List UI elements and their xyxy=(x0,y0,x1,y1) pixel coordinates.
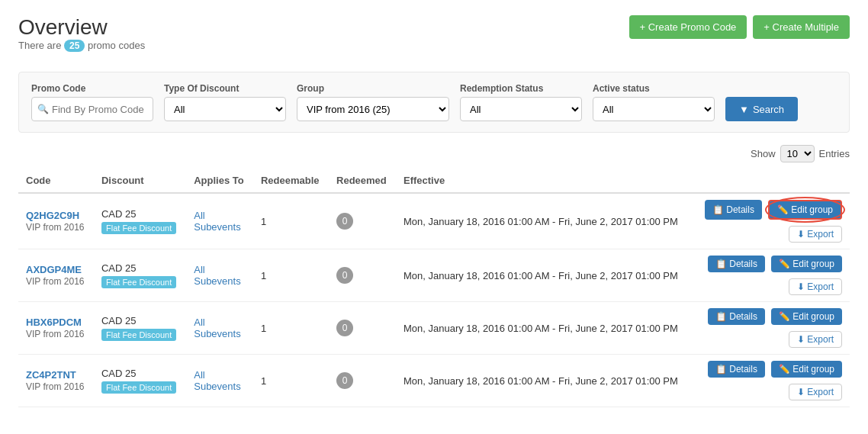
subtitle-prefix: There are xyxy=(18,40,61,51)
promo-count-badge: 25 xyxy=(64,40,85,52)
active-status-select[interactable]: All xyxy=(593,97,715,121)
export-button[interactable]: ⬇ Export xyxy=(789,384,842,400)
code-link[interactable]: HBX6PDCM xyxy=(26,317,86,328)
discount-amount: CAD 25 xyxy=(101,368,178,379)
applies-to-link[interactable]: AllSubevents xyxy=(194,369,240,392)
filter-section: Promo Code 🔍 Type Of Discount All Group … xyxy=(18,72,850,133)
table-row: HBX6PDCMVIP from 2016CAD 25Flat Fee Disc… xyxy=(18,302,850,355)
search-button[interactable]: ▼ Search xyxy=(725,97,798,121)
action-cell: 📋 Details✏️ Edit group⬇ Export xyxy=(693,355,850,407)
create-multiple-button[interactable]: + Create Multiple xyxy=(753,15,850,39)
create-promo-code-button[interactable]: + Create Promo Code xyxy=(629,15,747,39)
effective-cell: Mon, January 18, 2016 01:00 AM - Fri, Ju… xyxy=(396,249,693,302)
edit-group-button[interactable]: ✏️ Edit group xyxy=(771,256,842,272)
export-button[interactable]: ⬇ Export xyxy=(789,226,842,243)
discount-amount: CAD 25 xyxy=(101,208,178,220)
applies-to-link[interactable]: AllSubevents xyxy=(194,210,240,233)
discount-cell: CAD 25Flat Fee Discount xyxy=(94,302,186,355)
entries-label: Entries xyxy=(819,148,850,159)
edit-group-button[interactable]: ✏️ Edit group xyxy=(768,200,842,220)
details-icon: 📋 xyxy=(715,364,727,375)
applies-to-cell: AllSubevents xyxy=(186,302,253,355)
filter-icon: ▼ xyxy=(739,104,749,115)
effective-cell: Mon, January 18, 2016 01:00 AM - Fri, Ju… xyxy=(396,302,693,355)
download-icon: ⬇ xyxy=(797,334,805,345)
col-applies-to: Applies To xyxy=(186,169,253,193)
discount-cell: CAD 25Flat Fee Discount xyxy=(94,249,186,302)
applies-to-cell: AllSubevents xyxy=(186,355,253,407)
redeemed-badge: 0 xyxy=(336,372,353,389)
active-status-label: Active status xyxy=(593,83,715,94)
show-label: Show xyxy=(751,148,776,159)
redeemed-cell: 0 xyxy=(329,302,396,355)
applies-to-link[interactable]: AllSubevents xyxy=(194,317,240,339)
redeemed-cell: 0 xyxy=(329,193,396,249)
details-button[interactable]: 📋 Details xyxy=(708,361,765,378)
effective-cell: Mon, January 18, 2016 01:00 AM - Fri, Ju… xyxy=(396,193,693,249)
group-filter-group: Group VIP from 2016 (25) xyxy=(297,83,449,121)
code-link[interactable]: ZC4P2TNT xyxy=(26,369,86,381)
promo-codes-table: Code Discount Applies To Redeemable Rede… xyxy=(18,169,850,407)
type-of-discount-select[interactable]: All xyxy=(164,97,286,121)
download-icon: ⬇ xyxy=(797,229,805,240)
code-link[interactable]: Q2HG2C9H xyxy=(26,210,86,221)
group-select[interactable]: VIP from 2016 (25) xyxy=(297,97,449,121)
table-row: Q2HG2C9HVIP from 2016CAD 25Flat Fee Disc… xyxy=(18,193,850,249)
entries-select[interactable]: 10 25 50 xyxy=(780,145,815,162)
redemption-status-label: Redemption Status xyxy=(460,83,582,94)
promo-code-input[interactable] xyxy=(31,97,153,121)
type-of-discount-label: Type Of Discount xyxy=(164,83,286,94)
redeemable-cell: 1 xyxy=(253,302,329,355)
details-button[interactable]: 📋 Details xyxy=(705,200,762,220)
edit-group-button[interactable]: ✏️ Edit group xyxy=(771,361,842,378)
applies-to-link[interactable]: AllSubevents xyxy=(194,264,240,287)
applies-to-cell: AllSubevents xyxy=(186,249,253,302)
details-icon: 📋 xyxy=(715,259,727,269)
code-sub: VIP from 2016 xyxy=(26,276,86,287)
promo-code-input-wrapper: 🔍 xyxy=(31,97,153,121)
action-cell: 📋 Details✏️ Edit group⬇ Export xyxy=(693,249,850,302)
action-cell: 📋 Details✏️ Edit group⬇ Export xyxy=(693,302,850,355)
edit-group-button[interactable]: ✏️ Edit group xyxy=(771,308,842,325)
header-buttons: + Create Promo Code + Create Multiple xyxy=(629,15,850,39)
table-row: AXDGP4MEVIP from 2016CAD 25Flat Fee Disc… xyxy=(18,249,850,302)
details-button[interactable]: 📋 Details xyxy=(708,308,765,325)
discount-cell: CAD 25Flat Fee Discount xyxy=(94,355,186,407)
applies-to-cell: AllSubevents xyxy=(186,193,253,249)
export-button[interactable]: ⬇ Export xyxy=(789,331,842,348)
redeemed-badge: 0 xyxy=(336,213,353,230)
subtitle: There are 25 promo codes xyxy=(18,40,145,52)
code-link[interactable]: AXDGP4ME xyxy=(26,264,86,275)
show-entries-row: Show 10 25 50 Entries xyxy=(18,145,850,162)
pencil-icon: ✏️ xyxy=(777,204,789,215)
table-header-row: Code Discount Applies To Redeemable Rede… xyxy=(18,169,850,193)
page-title: Overview xyxy=(18,15,145,40)
action-row-1: 📋 Details✏️ Edit group xyxy=(701,256,842,272)
redeemed-badge: 0 xyxy=(336,320,353,336)
discount-amount: CAD 25 xyxy=(101,315,178,326)
redemption-status-select[interactable]: All xyxy=(460,97,582,121)
code-cell: AXDGP4MEVIP from 2016 xyxy=(18,249,94,302)
redeemed-badge: 0 xyxy=(336,267,353,284)
action-row-1: 📋 Details✏️ Edit group xyxy=(701,308,842,325)
action-row-2: ⬇ Export xyxy=(701,381,842,400)
code-cell: Q2HG2C9HVIP from 2016 xyxy=(18,193,94,249)
redeemable-cell: 1 xyxy=(253,193,329,249)
discount-cell: CAD 25Flat Fee Discount xyxy=(94,193,186,249)
code-sub: VIP from 2016 xyxy=(26,381,86,392)
col-code: Code xyxy=(18,169,94,193)
download-icon: ⬇ xyxy=(797,387,805,397)
code-cell: ZC4P2TNTVIP from 2016 xyxy=(18,355,94,407)
redeemed-cell: 0 xyxy=(329,249,396,302)
details-button[interactable]: 📋 Details xyxy=(708,256,765,272)
code-cell: HBX6PDCMVIP from 2016 xyxy=(18,302,94,355)
effective-cell: Mon, January 18, 2016 01:00 AM - Fri, Ju… xyxy=(396,355,693,407)
promo-code-filter-group: Promo Code 🔍 xyxy=(31,83,153,121)
code-sub: VIP from 2016 xyxy=(26,329,86,339)
redeemable-cell: 1 xyxy=(253,249,329,302)
action-row-1: 📋 Details✏️ Edit group xyxy=(701,200,842,220)
search-label: Search xyxy=(753,104,784,115)
export-button[interactable]: ⬇ Export xyxy=(789,278,842,295)
discount-badge: Flat Fee Discount xyxy=(101,329,176,341)
code-sub: VIP from 2016 xyxy=(26,222,86,233)
